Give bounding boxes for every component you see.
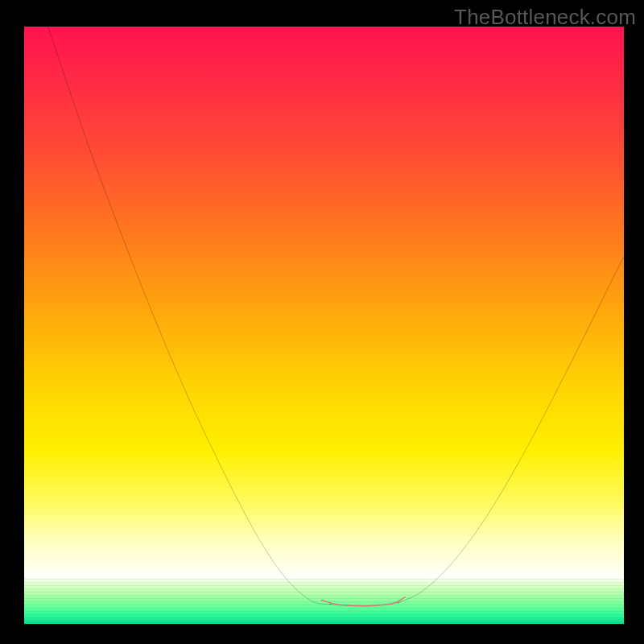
chart-frame: TheBottleneck.com: [0, 0, 644, 644]
main-curve: [48, 27, 624, 606]
curve-layer: [24, 27, 624, 624]
watermark-text: TheBottleneck.com: [454, 5, 636, 30]
curve-group: [48, 27, 624, 606]
plot-area: [24, 27, 624, 624]
